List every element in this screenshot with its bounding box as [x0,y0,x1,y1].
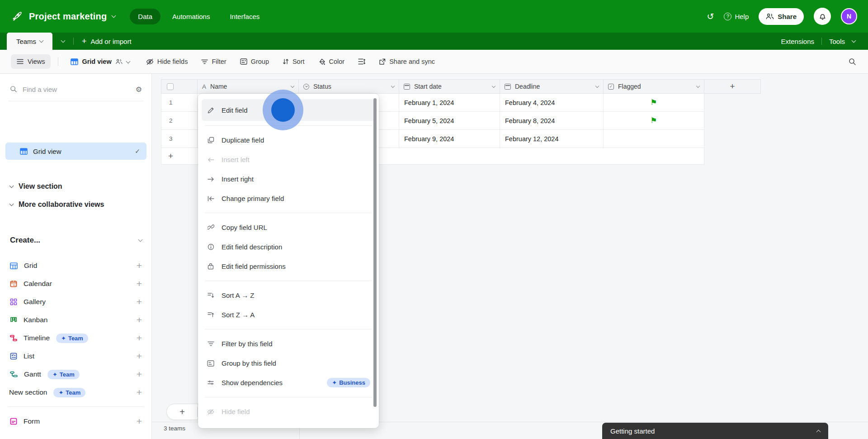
sidebar-item-grid-view[interactable]: Grid view ✓ [5,143,146,160]
tab-interfaces[interactable]: Interfaces [222,9,268,24]
plus-icon[interactable]: + [137,315,142,325]
cell-deadline-r3[interactable]: February 12, 2024 [500,130,604,148]
chevron-down-icon[interactable] [112,14,116,18]
chevron-down-icon[interactable] [391,84,395,87]
plus-icon[interactable]: + [137,296,142,307]
avatar[interactable]: N [841,8,857,24]
menu-item-copy-field-url[interactable]: Copy field URL [198,218,379,237]
menu-item-change-primary-field[interactable]: Change primary field [198,189,379,208]
top-header-bar: Project marketing Data Automations Inter… [0,0,868,33]
notifications-button[interactable] [814,8,831,25]
extensions-button[interactable]: Extensions [781,38,814,45]
plus-icon[interactable]: + [137,260,142,271]
menu-item-filter-by-this-field[interactable]: Filter by this field [198,334,379,353]
chevron-up-icon[interactable] [816,429,821,434]
menu-item-edit-field-description[interactable]: Edit field description [198,237,379,257]
create-item-grid[interactable]: Grid + [10,257,142,275]
views-button[interactable]: Views [11,54,51,69]
timeline-icon [10,334,17,342]
hide-fields-button[interactable]: Hide fields [141,55,193,68]
menu-item-delete-field[interactable]: Delete field [198,421,379,428]
color-button[interactable]: Color [313,55,350,68]
gear-icon[interactable]: ⚙ [136,85,142,94]
help-label: Help [735,13,749,20]
menu-item-insert-right[interactable]: Insert right [198,169,379,189]
select-all-checkbox[interactable] [167,83,174,90]
cell-flagged-r3[interactable] [604,130,704,148]
search-icon[interactable] [849,58,856,66]
table-list-chevron[interactable] [52,33,73,50]
menu-scrollbar[interactable] [373,98,377,407]
checkbox-field-icon: ✓ [608,84,614,90]
row-number-cell[interactable]: 3 [161,130,198,148]
grid-view-switcher[interactable]: Grid view [66,55,134,68]
plus-icon[interactable]: + [137,333,142,344]
plus-icon[interactable]: + [137,416,142,427]
create-item-new-section[interactable]: New section ✦Team + [10,383,142,401]
sort-desc-icon [207,312,215,318]
create-item-gantt[interactable]: Gantt ✦Team + [10,365,142,383]
menu-item-edit-field-permissions[interactable]: Edit field permissions [198,257,379,276]
chevron-down-icon[interactable] [291,84,294,87]
select-all-header-cell[interactable] [161,79,198,94]
chevron-down-icon[interactable] [595,84,599,87]
plus-icon[interactable]: + [137,278,142,289]
row-height-button[interactable] [353,55,370,68]
base-brand[interactable]: Project marketing [12,10,115,22]
pencil-icon [207,107,215,114]
menu-item-sort-a-z[interactable]: Sort A → Z [198,286,379,305]
row-number-cell[interactable]: 2 [161,112,198,130]
create-section-header[interactable]: Create... [10,236,142,245]
tab-automations[interactable]: Automations [164,9,218,24]
group-icon [207,360,215,367]
cell-deadline-r1[interactable]: February 4, 2024 [500,94,604,112]
add-or-import-button[interactable]: + Add or import [82,33,132,50]
group-button[interactable]: Group [235,55,274,68]
create-item-kanban[interactable]: Kanban + [10,311,142,329]
chevron-down-icon[interactable] [696,84,700,87]
chevron-down-icon[interactable] [492,84,495,87]
column-header-deadline[interactable]: Deadline [500,79,604,94]
add-field-button[interactable]: + [704,79,761,94]
paint-icon [318,58,326,65]
column-header-start-date[interactable]: Start date [399,79,500,94]
plus-icon[interactable]: + [137,369,142,380]
column-header-flagged[interactable]: ✓ Flagged [604,79,704,94]
sort-button[interactable]: Sort [278,55,310,68]
cell-start-date-r2[interactable]: February 5, 2024 [399,112,500,130]
history-icon[interactable]: ↺ [707,11,714,22]
menu-item-show-dependencies[interactable]: Show dependencies ✦Business [198,373,379,392]
menu-item-duplicate-field[interactable]: Duplicate field [198,130,379,150]
single-select-icon [303,84,309,90]
section-more-collaborative-views[interactable]: More collaborative views [10,200,104,209]
share-button[interactable]: Share [759,8,804,25]
row-number-cell[interactable]: 1 [161,94,198,112]
create-item-form[interactable]: Form + [10,412,142,430]
create-item-timeline[interactable]: Timeline ✦Team + [10,329,142,347]
getting-started-bar[interactable]: Getting started [602,423,828,439]
business-badge: ✦Business [327,378,370,387]
cell-deadline-r2[interactable]: February 8, 2024 [500,112,604,130]
cell-flagged-r1[interactable]: ⚑ [604,94,704,112]
create-item-calendar[interactable]: 31 Calendar + [10,275,142,293]
cell-start-date-r3[interactable]: February 9, 2024 [399,130,500,148]
create-item-list[interactable]: List + [10,347,142,365]
help-button[interactable]: ? Help [724,13,749,20]
share-and-sync-button[interactable]: Share and sync [374,55,440,68]
cell-start-date-r1[interactable]: February 1, 2024 [399,94,500,112]
section-view-section[interactable]: View section [10,182,62,191]
plus-icon[interactable]: + [137,387,142,398]
tab-teams[interactable]: Teams [7,33,52,50]
tools-button[interactable]: Tools [829,38,845,45]
create-item-gallery[interactable]: Gallery + [10,293,142,311]
menu-item-group-by-this-field[interactable]: Group by this field [198,353,379,373]
find-view-input[interactable] [23,86,130,93]
column-header-status[interactable]: Status [299,79,399,94]
plus-icon[interactable]: + [137,351,142,362]
tab-data[interactable]: Data [130,9,160,24]
menu-item-insert-left: Insert left [198,150,379,169]
menu-item-sort-z-a[interactable]: Sort Z → A [198,305,379,324]
filter-button[interactable]: Filter [196,55,231,68]
add-record-floating-button[interactable]: + [166,404,198,420]
cell-flagged-r2[interactable]: ⚑ [604,112,704,130]
